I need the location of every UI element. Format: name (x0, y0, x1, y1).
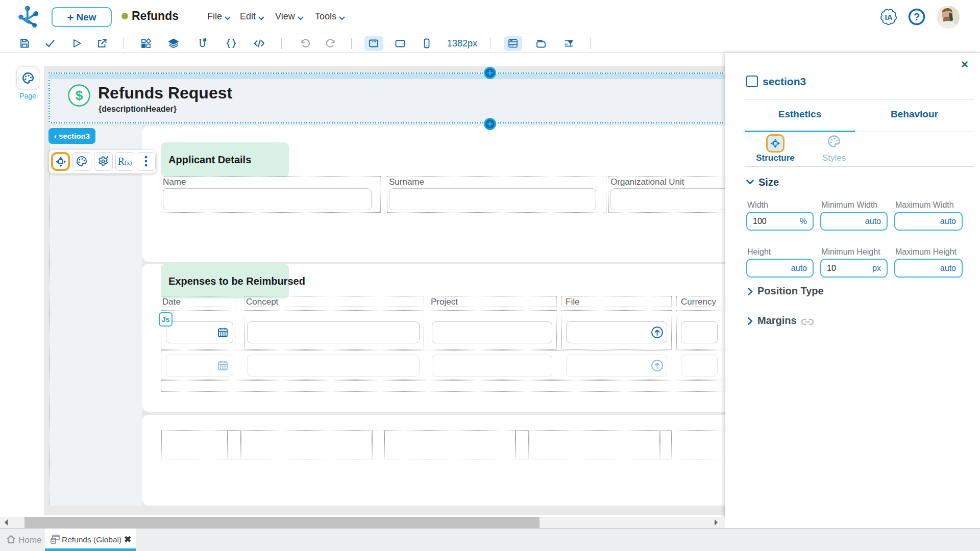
svg-text:IA: IA (885, 13, 893, 21)
svg-text:$: $ (76, 88, 83, 103)
svg-text:?: ? (914, 11, 920, 22)
